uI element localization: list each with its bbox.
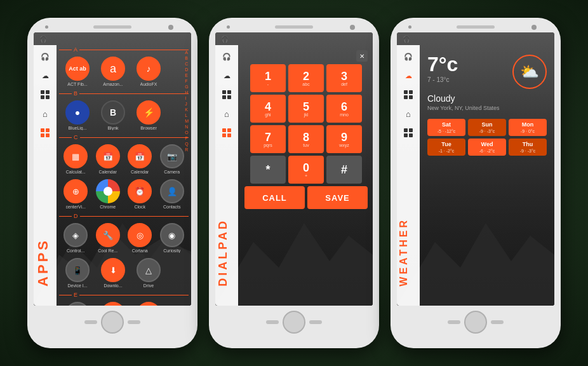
app-icon-drive: △ <box>137 258 161 282</box>
phone-home-btn-3[interactable] <box>464 311 487 334</box>
app-evernote[interactable]: E Evernote <box>133 302 164 306</box>
nav3-cloud-icon[interactable]: ☁ <box>402 69 415 82</box>
app-cortana[interactable]: ◎ Cortana <box>126 223 154 253</box>
weather-day-sun[interactable]: Sun -9 · -3°c <box>468 119 506 136</box>
nav3-apps-icon[interactable] <box>402 126 415 139</box>
app-name-device-info: Device I... <box>67 283 87 288</box>
app-icon-downloads: ⬇ <box>101 258 125 282</box>
app-name-clock: Clock <box>134 205 145 209</box>
dial-key-2[interactable]: 2 abc <box>288 64 324 92</box>
app-contacts[interactable]: 👤 Contacts <box>158 179 187 209</box>
app-name-amazon: Amazon... <box>103 82 123 86</box>
dial-key-1[interactable]: 1 - <box>250 64 286 92</box>
dial-key-star[interactable]: * <box>250 156 286 184</box>
app-chrome[interactable]: Chrome <box>94 179 123 209</box>
app-camera[interactable]: 📷 Camera <box>158 144 187 174</box>
weather-day-sat[interactable]: Sat -5 · -12°c <box>427 119 465 136</box>
app-act-fib[interactable]: Act ab ACT Fib... <box>62 57 93 86</box>
app-icon-evernote: E <box>137 302 161 306</box>
dialpad-panel: ✕ 1 - 2 abc 3 def <box>238 45 373 306</box>
nav2-apps-icon[interactable] <box>220 126 233 139</box>
app-downloads[interactable]: ⬇ Downlo... <box>97 258 129 288</box>
app-calendar1[interactable]: 📅 Calendar <box>94 144 123 174</box>
nav2-headphone-icon[interactable]: 🎧 <box>220 50 233 63</box>
phone-back-btn[interactable] <box>84 320 97 324</box>
phone-menu-btn-2[interactable] <box>309 320 322 324</box>
app-name-calendar2: Calendar <box>131 170 149 174</box>
nav3-home-icon[interactable]: ⌂ <box>402 107 415 120</box>
day-name-sat: Sat <box>442 121 451 128</box>
phone-home-btn-2[interactable] <box>283 311 305 334</box>
app-audiofx[interactable]: ♪ AudioFX <box>133 57 164 86</box>
nav-grid4-icon[interactable] <box>39 88 51 101</box>
app-fmical[interactable]: 📊 FMI Cal... <box>97 302 129 306</box>
apps-row-a: Act ab ACT Fib... a Amazon... ♪ AudioFX <box>57 54 191 89</box>
app-blynk[interactable]: B Blynk <box>97 100 129 130</box>
phone-menu-btn-3[interactable] <box>491 320 504 324</box>
app-centerview[interactable]: ⊕ centerVi... <box>62 179 90 209</box>
weather-day-thu[interactable]: Thu -9 · -3°c <box>509 139 547 156</box>
weather-day-tue[interactable]: Tue -1 · -2°c <box>427 139 465 156</box>
nav-home-icon[interactable]: ⌂ <box>39 107 51 120</box>
app-calendar2[interactable]: 📅 Calendar <box>126 144 154 174</box>
dialpad-close-button[interactable]: ✕ <box>356 50 368 62</box>
day-temps-tue: -1 · -2°c <box>439 149 455 153</box>
weather-condition-text: Cloudy <box>427 93 547 104</box>
call-button[interactable]: CALL <box>244 186 305 209</box>
nav-headphone-icon[interactable]: 🎧 <box>39 50 51 63</box>
dial-key-4[interactable]: 4 ghi <box>250 95 286 123</box>
dial-key-hash[interactable]: # <box>326 156 362 184</box>
nav3-headphone-icon[interactable]: 🎧 <box>402 50 415 63</box>
phone-speaker-3 <box>457 25 495 29</box>
app-name-centerview: centerVi... <box>66 205 86 209</box>
phone-speaker-2 <box>275 25 313 29</box>
app-browser[interactable]: ⚡ Browser <box>133 100 164 130</box>
dial-row-2: 4 ghi 5 jkl 6 mno <box>244 95 368 123</box>
app-icon-calendar2: 📅 <box>128 144 152 168</box>
dial-key-0[interactable]: 0 + <box>288 156 324 184</box>
app-icon-email: ✉ <box>65 302 90 306</box>
app-icon-device-info: 📱 <box>65 258 90 282</box>
day-name-thu: Thu <box>523 141 533 147</box>
nav-cloud-icon[interactable]: ☁ <box>39 69 51 82</box>
dial-row-1: 1 - 2 abc 3 def <box>244 64 368 92</box>
day-temps-sat: -5 · -12°c <box>438 129 455 133</box>
app-drive[interactable]: △ Drive <box>133 258 164 288</box>
dial-key-8[interactable]: 8 tuv <box>288 125 324 153</box>
day-name-sun: Sun <box>482 121 493 128</box>
app-email[interactable]: ✉ Email <box>62 302 93 306</box>
nav-apps-icon[interactable] <box>39 126 51 139</box>
app-icon-centerview: ⊕ <box>63 179 88 203</box>
nav3-grid4-icon[interactable] <box>402 88 415 101</box>
status-bar: 🎧 <box>34 32 191 45</box>
app-icon-amazon: a <box>101 57 125 81</box>
app-icon-calculator: ▦ <box>63 144 88 168</box>
app-clock[interactable]: ⏰ Clock <box>126 179 154 209</box>
phone-home-btn[interactable] <box>101 311 124 334</box>
dial-key-3[interactable]: 3 def <box>326 64 362 92</box>
weather-day-mon[interactable]: Mon -9 · 0°c <box>509 119 547 136</box>
phone-menu-btn[interactable] <box>128 320 140 324</box>
app-calculator[interactable]: ▦ Calculat... <box>62 144 90 174</box>
save-button[interactable]: SAVE <box>307 186 368 209</box>
dial-key-7[interactable]: 7 pqrs <box>250 125 286 153</box>
dial-key-5[interactable]: 5 jkl <box>288 95 324 123</box>
app-device-info[interactable]: 📱 Device I... <box>62 258 93 288</box>
app-coolre[interactable]: 🔧 Cool Re... <box>94 223 123 253</box>
nav2-grid4-icon[interactable] <box>220 88 233 101</box>
phone-back-btn-3[interactable] <box>448 320 460 324</box>
app-bluelight[interactable]: ● BlueLig... <box>62 100 93 130</box>
section-divider-a: A <box>57 45 191 54</box>
app-icon-fmical: 📊 <box>101 302 125 306</box>
weather-day-wed[interactable]: Wed -6 · -2°c <box>468 139 506 156</box>
app-curiosity[interactable]: ◉ Curiosity <box>158 223 187 253</box>
nav2-cloud-icon[interactable]: ☁ <box>220 69 233 82</box>
app-amazon[interactable]: a Amazon... <box>97 57 129 86</box>
phone-dot-3 <box>408 25 411 29</box>
nav2-home-icon[interactable]: ⌂ <box>220 107 233 120</box>
phone-back-btn-2[interactable] <box>266 320 279 324</box>
app-control[interactable]: ◈ Control... <box>62 223 90 253</box>
dial-key-9[interactable]: 9 wxyz <box>326 125 362 153</box>
dial-key-6[interactable]: 6 mno <box>326 95 362 123</box>
app-name-camera: Camera <box>164 170 180 174</box>
